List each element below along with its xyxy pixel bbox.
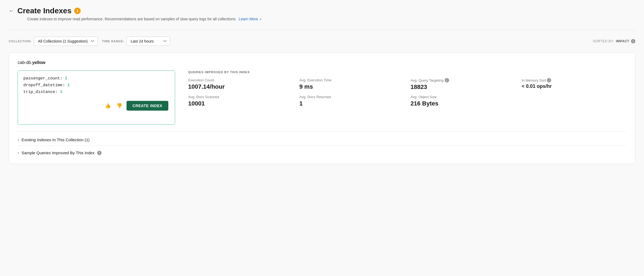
existing-indexes-section: › Existing Indexes In This Collection (1… bbox=[18, 131, 626, 143]
existing-indexes-expand[interactable]: › Existing Indexes In This Collection (1… bbox=[18, 136, 626, 143]
metric-avg-object-size: Avg. Object Size 216 Bytes bbox=[411, 95, 515, 107]
index-field-1: dropoff_datetime: 1 bbox=[23, 83, 168, 88]
filters-bar: COLLECTION: All Collections (1 Suggestio… bbox=[9, 37, 635, 46]
sample-queries-label: Sample Queries Improved By This Index bbox=[21, 150, 94, 155]
page-title: Create Indexes bbox=[17, 7, 71, 15]
metrics-section: QUERIES IMPROVED BY THIS INDEX Execution… bbox=[188, 70, 626, 107]
back-button[interactable]: ← bbox=[9, 8, 14, 14]
sample-queries-info-icon[interactable]: i bbox=[97, 151, 102, 155]
metric-avg-docs-returned: Avg. Docs Returned 1 bbox=[299, 95, 404, 107]
index-suggestion-box: passenger_count: 1 dropoff_datetime: 1 t… bbox=[18, 70, 175, 125]
suggestion-card: cab-db.yellow passenger_count: 1 dropoff… bbox=[9, 52, 635, 164]
time-range-label: TIME RANGE: bbox=[102, 40, 124, 43]
index-field-2: trip_distance: 1 bbox=[23, 90, 168, 94]
sorted-by: SORTED BY: IMPACT i bbox=[593, 39, 635, 43]
db-name: cab-db.yellow bbox=[18, 60, 626, 65]
metric-execution-count: Execution Count 1007.14/hour bbox=[188, 78, 293, 91]
sample-queries-expand[interactable]: › Sample Queries Improved By This Index … bbox=[18, 149, 626, 156]
thumbs-up-button[interactable]: 👍 bbox=[104, 102, 112, 110]
queries-improved-label: QUERIES IMPROVED BY THIS INDEX bbox=[188, 70, 626, 74]
in-memory-sort-info-icon[interactable]: i bbox=[547, 78, 551, 82]
index-field-0: passenger_count: 1 bbox=[23, 76, 168, 81]
sorted-by-info-icon[interactable]: i bbox=[631, 39, 635, 43]
metric-in-memory-sort: In Memory Sort i < 0.01 ops/hr bbox=[522, 78, 627, 91]
suggestion-badge: 1 bbox=[74, 8, 81, 14]
collection-select[interactable]: All Collections (1 Suggestion) cab-db.ye… bbox=[34, 37, 98, 46]
sorted-by-value: IMPACT bbox=[616, 39, 629, 43]
metric-avg-execution-time: Avg. Execution Time 9 ms bbox=[299, 78, 404, 91]
page-subtitle: Create indexes to improve read performan… bbox=[27, 17, 261, 21]
metric-avg-query-targeting: Avg. Query Targeting i 18823 bbox=[411, 78, 515, 91]
sample-queries-section: › Sample Queries Improved By This Index … bbox=[18, 145, 626, 156]
existing-indexes-label: Existing Indexes In This Collection (1) bbox=[21, 137, 90, 142]
existing-indexes-chevron: › bbox=[18, 138, 19, 142]
learn-more-link[interactable]: Learn More bbox=[239, 17, 261, 21]
header-divider bbox=[9, 30, 635, 30]
time-range-select[interactable]: Last 24 hours Last 7 days Last 30 days bbox=[127, 37, 170, 46]
create-index-button[interactable]: CREATE INDEX bbox=[127, 101, 168, 111]
sample-queries-chevron: › bbox=[18, 151, 19, 155]
metric-avg-docs-scanned: Avg. Docs Scanned 10001 bbox=[188, 95, 293, 107]
thumbs-down-button[interactable]: 👎 bbox=[115, 102, 123, 110]
query-targeting-info-icon[interactable]: i bbox=[445, 78, 449, 82]
collection-label: COLLECTION: bbox=[9, 40, 32, 43]
